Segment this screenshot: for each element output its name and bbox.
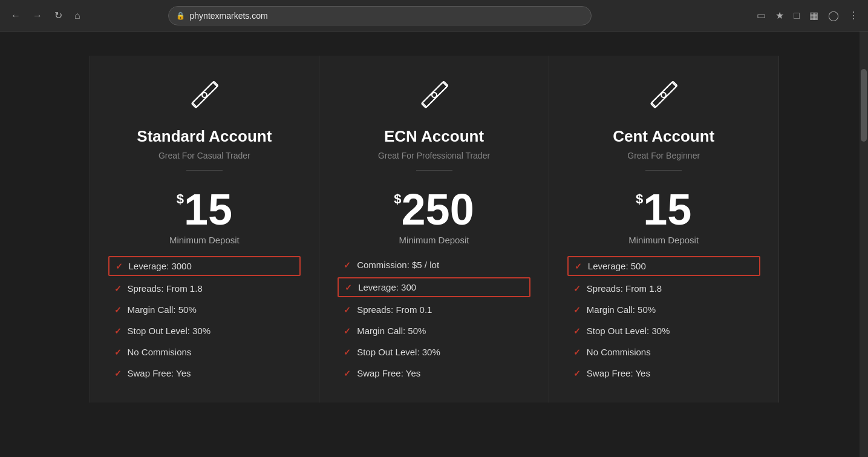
price-amount: 15 <box>184 188 232 231</box>
price-label: Minimum Deposit <box>628 235 699 245</box>
cast-button[interactable]: ▭ <box>754 7 768 24</box>
check-icon: ✓ <box>116 261 123 271</box>
svg-rect-3 <box>421 82 446 108</box>
feature-text: Swap Free: Yes <box>357 368 420 378</box>
feature-text: Swap Free: Yes <box>587 368 650 378</box>
feature-item: ✓ Leverage: 3000 <box>108 256 301 276</box>
check-icon: ✓ <box>344 305 351 315</box>
check-icon: ✓ <box>114 369 122 378</box>
check-icon: ✓ <box>573 305 581 315</box>
extension-button[interactable]: □ <box>791 7 802 24</box>
check-icon: ✓ <box>114 326 122 336</box>
feature-text: Spreads: From 1.8 <box>587 283 662 294</box>
price-dollar: $ <box>394 191 401 207</box>
svg-rect-7 <box>651 81 677 107</box>
svg-point-2 <box>202 93 207 97</box>
svg-rect-4 <box>422 81 448 107</box>
price-label: Minimum Deposit <box>169 235 240 245</box>
check-icon: ✓ <box>344 326 351 336</box>
cards-container: Standard Account Great For Casual Trader… <box>90 56 779 403</box>
feature-item: ✓ No Commisions <box>114 347 295 357</box>
feature-text: Spreads: From 1.8 <box>128 283 203 294</box>
feature-item: ✓ Spreads: From 1.8 <box>573 283 754 294</box>
feature-item: ✓ Commission: $5 / lot <box>344 260 524 270</box>
reload-button[interactable]: ↻ <box>51 7 66 24</box>
card-subtitle: Great For Casual Trader <box>158 151 250 160</box>
feature-text: Commission: $5 / lot <box>357 260 439 270</box>
feature-text: Margin Call: 50% <box>357 326 426 336</box>
svg-point-8 <box>661 93 666 97</box>
card-price: $ 15 <box>177 188 232 231</box>
svg-point-5 <box>432 93 437 97</box>
feature-text: Stop Out Level: 30% <box>357 347 440 357</box>
check-icon: ✓ <box>573 347 581 357</box>
price-dollar: $ <box>636 191 643 207</box>
feature-text: Leverage: 3000 <box>129 261 192 271</box>
price-label: Minimum Deposit <box>399 235 469 245</box>
scrollbar-thumb[interactable] <box>861 69 867 142</box>
price-amount: 250 <box>402 188 474 231</box>
forward-button[interactable]: → <box>29 8 46 24</box>
feature-item: ✓ Stop Out Level: 30% <box>573 326 754 336</box>
feature-item: ✓ Swap Free: Yes <box>573 368 754 378</box>
check-icon: ✓ <box>114 347 122 357</box>
feature-list: ✓ Leverage: 500 ✓ Spreads: From 1.8 ✓ Ma… <box>573 260 754 378</box>
svg-rect-6 <box>651 82 676 108</box>
check-icon: ✓ <box>344 260 351 270</box>
url-text: phyntexmarkets.com <box>190 11 268 21</box>
menu-button[interactable]: ⋮ <box>846 7 861 24</box>
feature-item: ✓ Stop Out Level: 30% <box>344 347 524 357</box>
card-title: Cent Account <box>613 127 714 146</box>
card-title: ECN Account <box>384 127 484 146</box>
check-icon: ✓ <box>344 347 351 357</box>
check-icon: ✓ <box>344 369 351 378</box>
feature-list: ✓ Leverage: 3000 ✓ Spreads: From 1.8 ✓ M… <box>114 260 295 378</box>
account-card-cent: Cent Account Great For Beginner $ 15 Min… <box>549 56 779 403</box>
home-button[interactable]: ⌂ <box>71 8 84 24</box>
feature-item: ✓ Margin Call: 50% <box>573 304 754 315</box>
star-button[interactable]: ★ <box>773 7 786 24</box>
card-title: Standard Account <box>137 127 272 146</box>
feature-text: Spreads: From 0.1 <box>357 304 432 315</box>
card-subtitle: Great For Beginner <box>627 151 700 160</box>
feature-item: ✓ No Commisions <box>573 347 754 357</box>
card-divider <box>416 170 452 171</box>
svg-rect-0 <box>192 82 217 108</box>
check-icon: ✓ <box>573 369 581 378</box>
feature-text: Leverage: 500 <box>588 261 646 271</box>
profile-button[interactable]: ◯ <box>826 7 841 24</box>
feature-item: ✓ Leverage: 300 <box>338 277 530 297</box>
feature-item: ✓ Margin Call: 50% <box>344 326 524 336</box>
card-divider <box>645 170 682 171</box>
sidebar-button[interactable]: ▦ <box>807 7 821 24</box>
feature-item: ✓ Spreads: From 0.1 <box>344 304 524 315</box>
scrollbar[interactable] <box>860 31 868 457</box>
card-subtitle: Great For Professional Trader <box>378 151 490 160</box>
feature-text: No Commisions <box>128 347 192 357</box>
feature-item: ✓ Swap Free: Yes <box>344 368 524 378</box>
feature-item: ✓ Swap Free: Yes <box>114 368 295 378</box>
feature-text: No Commisions <box>587 347 651 357</box>
feature-text: Leverage: 300 <box>358 282 416 292</box>
lock-icon: 🔒 <box>176 12 185 20</box>
page-content: Standard Account Great For Casual Trader… <box>0 31 868 457</box>
browser-chrome: ← → ↻ ⌂ 🔒 phyntexmarkets.com ▭ ★ □ ▦ ◯ ⋮ <box>0 0 868 31</box>
feature-text: Margin Call: 50% <box>587 304 656 315</box>
card-price: $ 15 <box>636 188 691 231</box>
check-icon: ✓ <box>114 305 122 315</box>
feature-item: ✓ Stop Out Level: 30% <box>114 326 295 336</box>
feature-item: ✓ Leverage: 500 <box>567 256 760 276</box>
check-icon: ✓ <box>575 261 582 271</box>
svg-rect-1 <box>192 81 218 107</box>
card-icon <box>642 74 685 116</box>
card-divider <box>186 170 223 171</box>
feature-item: ✓ Margin Call: 50% <box>114 304 295 315</box>
feature-text: Margin Call: 50% <box>128 304 197 315</box>
address-bar[interactable]: 🔒 phyntexmarkets.com <box>168 6 592 25</box>
check-icon: ✓ <box>573 284 581 294</box>
account-card-ecn: ECN Account Great For Professional Trade… <box>319 56 549 403</box>
card-icon <box>413 74 455 116</box>
feature-text: Stop Out Level: 30% <box>128 326 211 336</box>
back-button[interactable]: ← <box>7 8 24 24</box>
check-icon: ✓ <box>114 284 122 294</box>
